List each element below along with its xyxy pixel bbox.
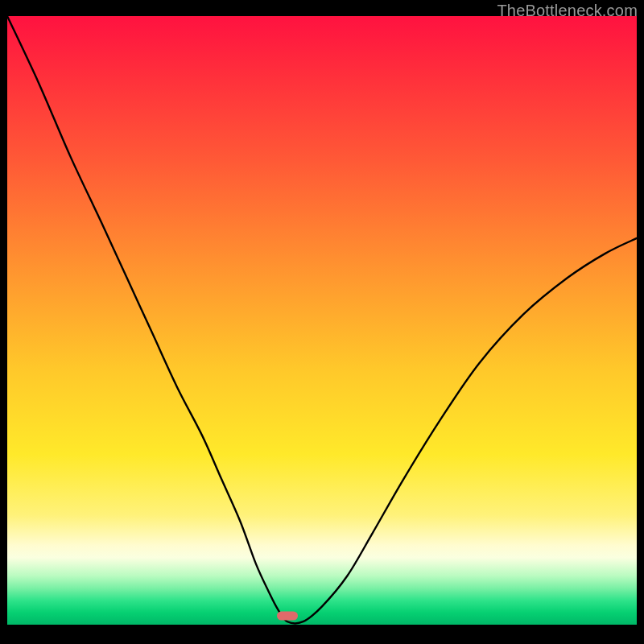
chart-stage: TheBottleneck.com xyxy=(0,0,644,644)
watermark-text: TheBottleneck.com xyxy=(497,2,638,20)
optimum-marker xyxy=(277,611,298,620)
bottleneck-curve xyxy=(7,16,637,625)
frame-left xyxy=(0,0,7,644)
frame-bottom xyxy=(0,625,644,644)
plot-area xyxy=(7,16,637,625)
frame-right xyxy=(637,0,644,644)
